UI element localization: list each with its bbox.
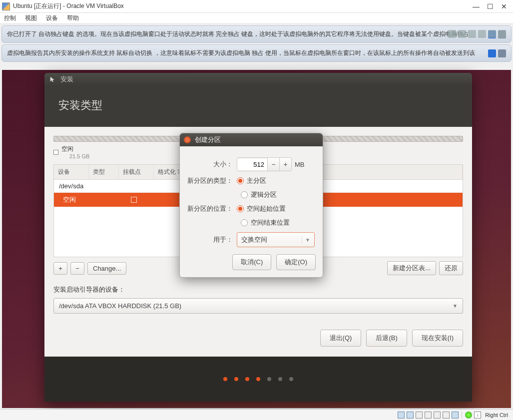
progress-dot	[289, 377, 293, 381]
quit-button[interactable]: 退出(Q)	[320, 330, 362, 347]
remove-partition-button[interactable]: −	[70, 262, 84, 275]
guest-indicator-icon	[448, 30, 456, 38]
installer-title: 安装	[60, 75, 73, 84]
format-checkbox[interactable]	[131, 197, 137, 203]
virtualbox-icon	[2, 2, 10, 10]
use-label: 用于：	[187, 235, 237, 244]
hint-text-1: 你已打开了 自动独占键盘 的选项。现在当该虚拟电脑窗口处于活动状态时就将 完全独…	[7, 30, 469, 38]
shared-folder-icon[interactable]	[425, 412, 432, 419]
type-logical-label: 逻辑分区	[251, 190, 277, 199]
menu-help[interactable]: 帮助	[67, 14, 79, 22]
guest-indicator-icon	[478, 30, 486, 38]
menu-device[interactable]: 设备	[46, 14, 58, 22]
installer-header: 安装类型	[44, 86, 472, 127]
menu-view[interactable]: 视图	[25, 14, 37, 22]
display-icon[interactable]	[434, 412, 441, 419]
use-as-select[interactable]: 交换空间 ▼	[237, 232, 315, 247]
maximize-button[interactable]: ☐	[483, 1, 497, 11]
chevron-down-icon: ▼	[302, 237, 310, 243]
col-device[interactable]: 设备	[54, 165, 89, 179]
radio-logical[interactable]	[241, 191, 248, 198]
back-button[interactable]: 后退(B)	[366, 330, 407, 347]
hostkey-label: Right Ctrl	[483, 412, 510, 418]
progress-dot	[223, 377, 227, 381]
radio-location-begin[interactable]	[237, 205, 244, 212]
installer-progress-dots	[44, 357, 472, 402]
size-increment-button[interactable]: +	[279, 158, 291, 171]
legend-label: 空闲	[61, 145, 73, 152]
free-space-label: 空闲	[59, 195, 76, 204]
close-button[interactable]: ✕	[497, 1, 511, 11]
size-decrement-button[interactable]: −	[267, 158, 279, 171]
new-partition-table-button[interactable]: 新建分区表...	[387, 261, 436, 275]
bootloader-select[interactable]: /dev/sda ATA VBOX HARDDISK (21.5 GB) ▼	[53, 298, 463, 314]
guest-indicator-icon	[458, 30, 466, 38]
hint-text-2: 虚拟电脑报告其内所安装的操作系统支持 鼠标自动切换 ，这意味着鼠标不需要为该虚拟…	[7, 49, 475, 57]
use-as-value: 交换空间	[241, 235, 267, 244]
add-partition-button[interactable]: +	[53, 262, 67, 275]
features-icon[interactable]	[452, 412, 459, 419]
type-label: 新分区的类型：	[187, 176, 237, 185]
vbox-menubar: 控制 视图 设备 帮助	[0, 13, 513, 24]
bootloader-value: /dev/sda ATA VBOX HARDDISK (21.5 GB)	[59, 302, 181, 310]
menu-control[interactable]: 控制	[4, 14, 16, 22]
legend-size: 21.5 GB	[69, 153, 89, 159]
progress-dot	[267, 377, 271, 381]
location-begin-label: 空间起始位置	[247, 204, 286, 213]
vbox-titlebar: Ubuntu [正在运行] - Oracle VM VirtualBox — ☐…	[0, 0, 513, 13]
mouse-integration-icon[interactable]	[465, 412, 472, 419]
hint-dismiss-icon[interactable]	[488, 49, 496, 57]
type-primary-label: 主分区	[247, 176, 266, 185]
guest-indicator-icon	[468, 30, 476, 38]
close-icon[interactable]	[184, 136, 191, 143]
radio-primary[interactable]	[237, 177, 244, 184]
size-input[interactable]	[237, 159, 267, 170]
change-partition-button[interactable]: Change...	[87, 262, 126, 275]
legend-swatch	[53, 150, 58, 155]
col-mount[interactable]: 挂载点	[119, 165, 154, 179]
installer-titlebar[interactable]: 安装	[44, 73, 472, 86]
size-label: 大小：	[187, 160, 237, 169]
revert-button[interactable]: 还原	[439, 261, 463, 275]
location-label: 新分区的位置：	[187, 204, 237, 213]
mouse-integration-hint: 虚拟电脑报告其内所安装的操作系统支持 鼠标自动切换 ，这意味着鼠标不需要为该虚拟…	[1, 44, 512, 62]
usb-icon[interactable]	[416, 412, 423, 419]
dialog-title: 创建分区	[195, 135, 221, 144]
ok-button[interactable]: 确定(O)	[276, 254, 316, 270]
optical-icon[interactable]	[407, 412, 414, 419]
dialog-titlebar[interactable]: 创建分区	[180, 133, 323, 146]
keyboard-capture-hint: 你已打开了 自动独占键盘 的选项。现在当该虚拟电脑窗口处于活动状态时就将 完全独…	[1, 25, 512, 43]
progress-dot	[278, 377, 282, 381]
create-partition-dialog: 创建分区 大小： − + MB 新分区的类型： 主分区 逻辑分区	[179, 133, 323, 278]
vm-display: 安装 安装类型 空闲 21.5 GB 设备 类型 挂载点	[2, 70, 511, 408]
hint-disable-icon[interactable]	[498, 49, 506, 57]
progress-dot	[256, 377, 260, 381]
guest-indicator-icon	[498, 30, 506, 38]
video-capture-icon[interactable]	[443, 412, 450, 419]
size-spinner[interactable]: − +	[237, 157, 292, 171]
col-type[interactable]: 类型	[89, 165, 119, 179]
harddisk-icon[interactable]	[398, 412, 405, 419]
chevron-down-icon: ▼	[453, 303, 458, 309]
location-end-label: 空间结束位置	[251, 218, 290, 227]
progress-dot	[245, 377, 249, 381]
guest-indicator-icon	[488, 30, 496, 38]
radio-location-end[interactable]	[241, 219, 248, 226]
install-now-button[interactable]: 现在安装(I)	[412, 330, 463, 347]
cancel-button[interactable]: 取消(C)	[232, 254, 271, 270]
bootloader-label: 安装启动引导器的设备：	[53, 285, 463, 294]
window-title: Ubuntu [正在运行] - Oracle VM VirtualBox	[13, 2, 469, 10]
vbox-statusbar: ↓ Right Ctrl	[0, 409, 513, 420]
hostkey-indicator-icon[interactable]: ↓	[474, 412, 481, 419]
minimize-button[interactable]: —	[469, 1, 483, 11]
cursor-icon	[49, 76, 56, 83]
size-unit: MB	[295, 161, 305, 168]
progress-dot	[234, 377, 238, 381]
